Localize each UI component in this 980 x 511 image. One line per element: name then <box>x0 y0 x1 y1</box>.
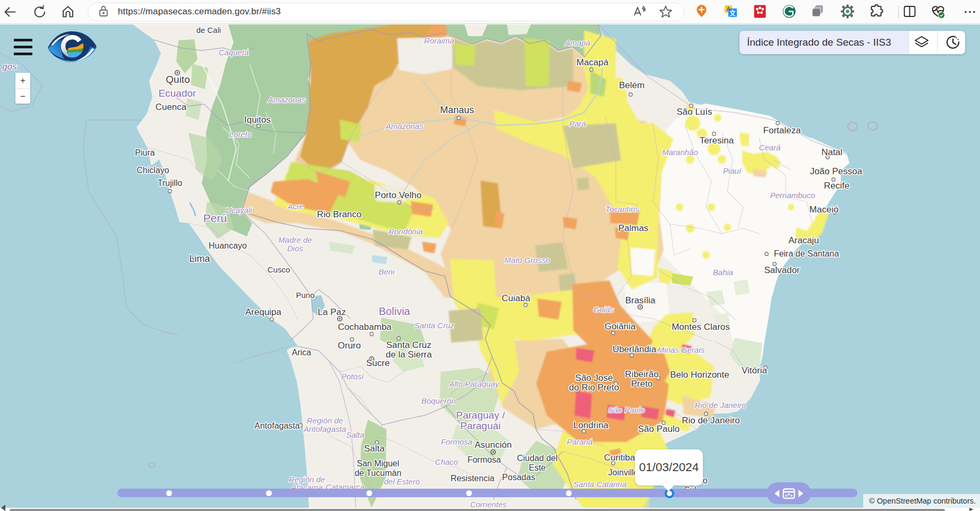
svg-text:Tocantins: Tocantins <box>605 205 639 214</box>
svg-text:Londrina: Londrina <box>573 420 609 430</box>
svg-text:Recife: Recife <box>824 181 849 191</box>
svg-text:Cuiabá: Cuiabá <box>502 293 530 303</box>
svg-text:Caquetá: Caquetá <box>219 48 249 57</box>
svg-text:Dios: Dios <box>287 244 304 253</box>
svg-text:Belém: Belém <box>619 80 644 90</box>
svg-text:Aracaju: Aracaju <box>788 235 819 245</box>
svg-text:São Paulo: São Paulo <box>638 424 680 434</box>
svg-text:do Rio Preto: do Rio Preto <box>569 382 620 393</box>
svg-text:Quito: Quito <box>166 74 190 85</box>
svg-text:Curitiba: Curitiba <box>604 453 635 463</box>
svg-text:Bahia: Bahia <box>713 268 733 277</box>
svg-text:Este: Este <box>529 463 546 472</box>
svg-text:Ecuador: Ecuador <box>159 88 196 99</box>
svg-text:Maceió: Maceió <box>810 205 839 215</box>
svg-text:Antofagasta: Antofagasta <box>254 421 300 430</box>
svg-text:Natal: Natal <box>821 147 843 157</box>
svg-text:Vitória: Vitória <box>742 365 767 376</box>
svg-text:Roraima: Roraima <box>424 36 454 45</box>
svg-text:Preto: Preto <box>631 379 653 389</box>
svg-text:Joinville: Joinville <box>608 468 639 477</box>
svg-text:São Luís: São Luís <box>676 107 712 117</box>
svg-text:Brasília: Brasília <box>625 295 656 305</box>
svg-text:Cochabamba: Cochabamba <box>338 322 392 332</box>
svg-text:Pernambuco: Pernambuco <box>770 191 815 200</box>
svg-text:Perú: Perú <box>203 212 227 224</box>
svg-text:Ribeirão: Ribeirão <box>625 369 658 379</box>
svg-text:Pará: Pará <box>569 119 586 128</box>
svg-text:Amazonas: Amazonas <box>268 95 306 104</box>
svg-text:Alto Paraguay: Alto Paraguay <box>449 379 500 388</box>
svg-text:São José: São José <box>575 373 613 383</box>
svg-text:Feira de Santana: Feira de Santana <box>774 249 839 258</box>
svg-text:Madre de: Madre de <box>278 235 312 244</box>
svg-text:Oruro: Oruro <box>338 340 360 351</box>
svg-text:Amapá: Amapá <box>564 38 590 47</box>
svg-text:Ceará: Ceará <box>759 143 781 152</box>
svg-text:Macapá: Macapá <box>577 57 609 67</box>
svg-text:Rio de Janeiro: Rio de Janeiro <box>695 401 746 410</box>
svg-text:Goiás: Goiás <box>593 305 614 314</box>
svg-text:de la Sierra: de la Sierra <box>386 350 432 360</box>
svg-text:Chiclayo: Chiclayo <box>136 166 169 175</box>
svg-text:Fortaleza: Fortaleza <box>763 125 801 135</box>
svg-text:Palmas: Palmas <box>618 223 649 233</box>
svg-text:Arica: Arica <box>292 348 312 357</box>
svg-text:Goiânia: Goiânia <box>605 321 636 331</box>
svg-text:Trujillo: Trujillo <box>158 178 183 188</box>
svg-text:gos: gos <box>2 62 17 72</box>
svg-text:Chaco: Chaco <box>435 457 458 466</box>
svg-text:Antofagasta: Antofagasta <box>303 424 346 433</box>
svg-text:Puno: Puno <box>296 291 314 300</box>
svg-text:Piauí: Piauí <box>723 166 742 175</box>
svg-text:Rondônia: Rondônia <box>389 227 423 236</box>
svg-text:Acre: Acre <box>287 202 304 211</box>
svg-text:Corrientes: Corrientes <box>470 500 507 508</box>
svg-text:Iquitos: Iquitos <box>244 115 271 125</box>
svg-text:Ciudad del: Ciudad del <box>517 454 558 463</box>
svg-text:Paraguay /: Paraguay / <box>456 410 505 421</box>
svg-text:Ucayali: Ucayali <box>226 206 252 215</box>
svg-text:Montes Claros: Montes Claros <box>672 322 730 332</box>
svg-text:Potosí: Potosí <box>341 372 365 381</box>
svg-text:Santa Cruz: Santa Cruz <box>414 321 454 330</box>
svg-text:Cuenca: Cuenca <box>156 102 187 112</box>
svg-text:Paraguái: Paraguái <box>460 420 501 431</box>
svg-text:Arequipa: Arequipa <box>245 307 282 317</box>
svg-text:Maranhão: Maranhão <box>662 148 698 157</box>
svg-text:de Tucumán: de Tucumán <box>355 469 401 478</box>
svg-text:Huancayo: Huancayo <box>209 241 247 250</box>
svg-text:Piura: Piura <box>135 148 154 157</box>
svg-text:Salta: Salta <box>364 444 385 454</box>
svg-text:Posadas: Posadas <box>502 473 535 482</box>
svg-text:Lima: Lima <box>189 253 210 264</box>
svg-text:Belo Horizonte: Belo Horizonte <box>670 370 729 380</box>
svg-text:Cusco: Cusco <box>268 265 290 274</box>
svg-text:João Pessoa: João Pessoa <box>810 166 863 176</box>
svg-text:Santa Cruz: Santa Cruz <box>386 340 431 350</box>
svg-text:Manaus: Manaus <box>440 105 474 115</box>
svg-text:Santa Catarina: Santa Catarina <box>573 480 626 489</box>
svg-text:Formosa: Formosa <box>441 437 472 446</box>
svg-text:Beni: Beni <box>379 267 395 276</box>
svg-text:Teresina: Teresina <box>700 135 734 146</box>
svg-text:Resistencia: Resistencia <box>451 474 495 483</box>
svg-text:Uberlândia: Uberlândia <box>613 344 657 354</box>
svg-text:Rio Branco: Rio Branco <box>317 209 362 219</box>
svg-text:San Miguel: San Miguel <box>357 459 399 468</box>
svg-text:Porto Velho: Porto Velho <box>375 190 422 200</box>
svg-text:Boquerón: Boquerón <box>421 396 455 405</box>
svg-text:Salta: Salta <box>346 430 364 439</box>
svg-text:La Paz: La Paz <box>318 307 346 317</box>
svg-text:Asunción: Asunción <box>475 440 512 450</box>
svg-text:Formosa: Formosa <box>467 455 501 464</box>
svg-text:Salvador: Salvador <box>764 265 800 275</box>
svg-text:Región de: Región de <box>307 416 343 425</box>
svg-text:Minas Gerais: Minas Gerais <box>658 345 705 354</box>
svg-text:Paraná: Paraná <box>567 437 592 446</box>
svg-text:Bolivia: Bolivia <box>379 305 411 317</box>
svg-text:Rio de Janeiro: Rio de Janeiro <box>682 415 740 425</box>
svg-text:del Estero: del Estero <box>384 477 420 486</box>
svg-text:Loreto: Loreto <box>229 130 252 139</box>
svg-text:Amazonas: Amazonas <box>385 122 424 131</box>
